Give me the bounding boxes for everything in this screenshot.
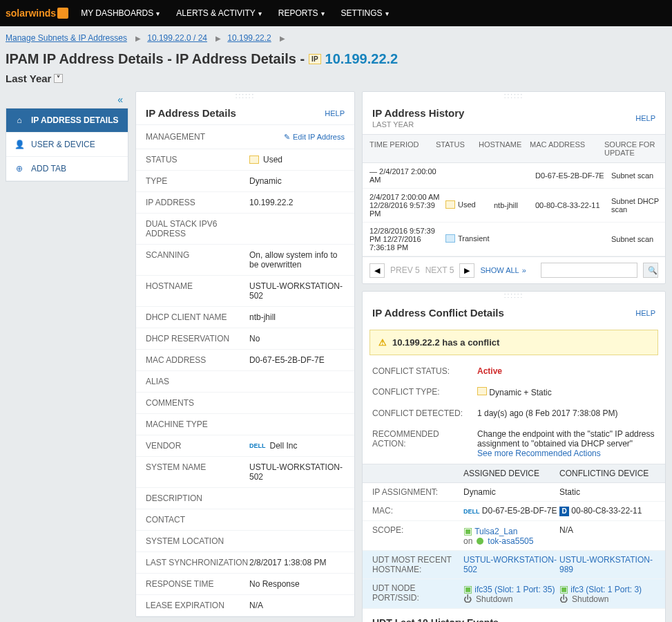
conflicting-scope: N/A: [559, 525, 655, 546]
udt-port-label: UDT NODE PORT/SSID:: [372, 583, 463, 604]
recommended-actions-link[interactable]: See more Recommended Actions: [477, 449, 601, 458]
crumb-ip[interactable]: 10.199.22.2: [227, 33, 271, 43]
sidebar-item-add-tab[interactable]: ⊕ ADD TAB: [6, 157, 128, 181]
dropdown-icon: ˅: [54, 74, 63, 83]
history-search-input[interactable]: [541, 263, 637, 278]
dell-icon: DELL: [463, 508, 480, 515]
history-status: Transient: [445, 234, 494, 244]
drag-handle-icon[interactable]: ::::::: [136, 92, 354, 99]
nav-settings[interactable]: SETTINGS▾: [341, 8, 389, 18]
sidebar-tabs: ⌂ IP ADDRESS DETAILS 👤 USER & DEVICE ⊕ A…: [6, 108, 128, 182]
scope-host-link[interactable]: tok-asa5505: [488, 536, 533, 546]
assigned-port-link[interactable]: ifc35 (Slot: 1 Port: 35): [474, 585, 555, 594]
detail-value: DELLDell Inc: [249, 441, 345, 451]
conflict-type-label: CONFLICT TYPE:: [372, 387, 469, 397]
conflict-type-value: Dynamic + Static: [477, 387, 655, 397]
ip-assignment-label: IP ASSIGNMENT:: [372, 487, 463, 497]
panel-title: IP Address Details: [146, 107, 236, 119]
history-search-button[interactable]: 🔍: [643, 263, 658, 278]
brand-mark-icon: [57, 8, 68, 19]
scope-link[interactable]: Tulsa2_Lan: [474, 527, 517, 536]
detail-row: VENDORDELLDell Inc: [136, 435, 354, 457]
sidebar-item-ip-details[interactable]: ⌂ IP ADDRESS DETAILS: [6, 109, 128, 133]
conflict-action-value: Change the endpoint with the "static" IP…: [477, 429, 655, 458]
d-logo-icon: D: [559, 507, 569, 516]
right-column: :::::: IP Address History LAST YEAR HELP…: [362, 91, 666, 622]
detail-row: HOSTNAMEUSTUL-WORKSTATION-502: [136, 276, 354, 307]
help-link[interactable]: HELP: [635, 114, 655, 122]
detail-value: [249, 219, 345, 238]
nav-dashboards-label: MY DASHBOARDS: [81, 8, 153, 18]
detail-row: STATUSUsed: [136, 149, 354, 171]
detail-key: DESCRIPTION: [146, 493, 249, 503]
time-filter[interactable]: Last Year ˅: [0, 71, 672, 91]
help-link[interactable]: HELP: [635, 309, 655, 317]
detail-row: COMMENTS: [136, 393, 354, 414]
chevron-right-icon: ▶: [215, 35, 221, 42]
detail-row: SYSTEM LOCATION: [136, 531, 354, 552]
home-icon: ⌂: [15, 115, 24, 125]
page-title: IPAM IP Address Details - IP Address Det…: [0, 46, 672, 71]
detail-row: MAC ADDRESSD0-67-E5-2B-DF-7E: [136, 350, 354, 371]
detail-row: SYSTEM NAMEUSTUL-WORKSTATION-502: [136, 457, 354, 488]
user-icon: 👤: [15, 140, 24, 149]
detail-row: MACHINE TYPE: [136, 414, 354, 435]
show-all-link[interactable]: SHOW ALL »: [480, 266, 526, 274]
crumb-subnet[interactable]: 10.199.22.0 / 24: [147, 33, 207, 43]
double-chevron-icon: »: [522, 266, 526, 274]
detail-value: USTUL-WORKSTATION-502: [249, 462, 345, 482]
detail-row: ALIAS: [136, 371, 354, 393]
port-icon: ▣: [559, 583, 568, 594]
page-title-prefix: IPAM IP Address Details - IP Address Det…: [6, 51, 305, 67]
middle-column: :::::: IP Address Details HELP MANAGEMEN…: [135, 91, 355, 622]
detail-row: IP ADDRESS10.199.22.2: [136, 192, 354, 214]
col-src: SOURCE FOR UPDATE: [604, 140, 666, 157]
status-icon: [445, 200, 455, 209]
detail-key: SYSTEM LOCATION: [146, 536, 249, 546]
detail-value: [249, 398, 345, 408]
history-status: Used: [445, 200, 494, 210]
edit-ip-link[interactable]: ✎Edit IP Address: [284, 133, 345, 142]
next-page-button[interactable]: ▶: [459, 263, 474, 278]
detail-key: CONTACT: [146, 515, 249, 525]
detail-key: MACHINE TYPE: [146, 420, 249, 429]
prev-page-button[interactable]: ◀: [369, 263, 385, 278]
nav-dashboards[interactable]: MY DASHBOARDS▾: [81, 8, 160, 18]
nav-alerts[interactable]: ALERTS & ACTIVITY▾: [176, 8, 261, 18]
plus-circle-icon: ⊕: [15, 164, 24, 173]
conflicting-device-header: CONFLICTING DEVICE: [559, 469, 655, 478]
history-time: 12/28/2016 9:57:39 PM 12/27/2016 7:36:18…: [369, 227, 445, 252]
conflict-panel: :::::: IP Address Conflict Details HELP …: [362, 291, 666, 622]
top-nav: solarwinds MY DASHBOARDS▾ ALERTS & ACTIV…: [0, 0, 672, 26]
detail-value: N/A: [249, 601, 345, 610]
history-src: Subnet DHCP scan: [611, 197, 671, 214]
brand-logo[interactable]: solarwinds: [6, 8, 68, 19]
collapse-sidebar-button[interactable]: «: [6, 91, 128, 108]
detail-row: LEASE EXPIRATIONN/A: [136, 595, 354, 616]
detail-value: No Response: [249, 579, 345, 589]
sidebar-item-user-device[interactable]: 👤 USER & DEVICE: [6, 133, 128, 157]
conflicting-hostname-link[interactable]: USTUL-WORKSTATION-989: [559, 555, 655, 574]
history-row: 12/28/2016 9:57:39 PM 12/27/2016 7:36:18…: [363, 223, 665, 256]
prev-label: PREV 5: [390, 265, 420, 275]
conflicting-port-link[interactable]: ifc3 (Slot: 1 Port: 3): [570, 585, 642, 594]
history-row: 2/4/2017 2:00:00 AM 12/28/2016 9:57:39 P…: [363, 189, 665, 223]
edit-ip-label: Edit IP Address: [293, 133, 345, 141]
detail-key: RESPONSE TIME: [146, 579, 249, 589]
assigned-hostname-link[interactable]: USTUL-WORKSTATION-502: [463, 555, 559, 574]
history-time: 2/4/2017 2:00:00 AM 12/28/2016 9:57:39 P…: [369, 193, 445, 218]
col-status: STATUS: [436, 140, 479, 157]
conflicting-port-status: Shutdown: [572, 594, 608, 604]
detail-key: DUAL STACK IPV6 ADDRESS: [146, 219, 249, 238]
detail-row: TYPEDynamic: [136, 171, 354, 192]
crumb-manage[interactable]: Manage Subnets & IP Addresses: [6, 33, 127, 43]
help-link[interactable]: HELP: [325, 109, 345, 117]
detail-key: MAC ADDRESS: [146, 355, 249, 365]
assigned-device-header: ASSIGNED DEVICE: [463, 469, 559, 478]
history-pager: ◀ PREV 5 NEXT 5 ▶ SHOW ALL » 🔍: [363, 256, 665, 283]
drag-handle-icon[interactable]: ::::::: [363, 292, 665, 299]
detail-key: SCANNING: [146, 250, 249, 270]
col-host: HOSTNAME: [479, 140, 530, 157]
drag-handle-icon[interactable]: ::::::: [363, 92, 665, 99]
nav-reports[interactable]: REPORTS▾: [278, 8, 325, 18]
